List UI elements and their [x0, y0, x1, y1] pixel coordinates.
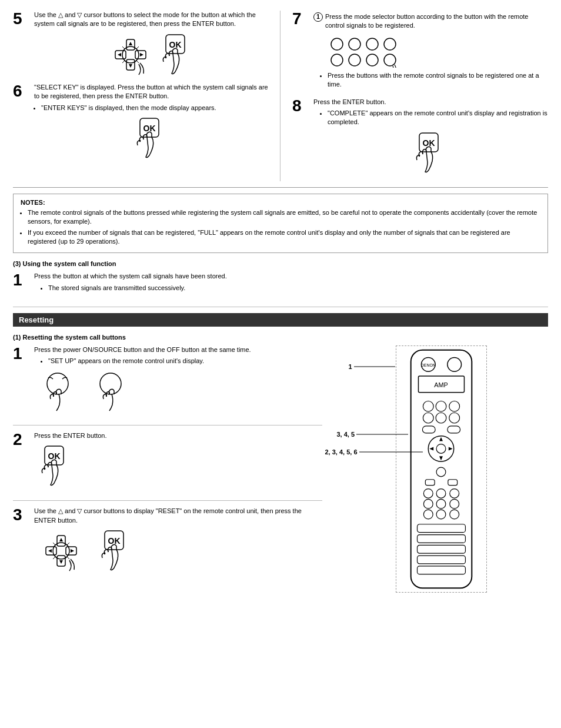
svg-text:OK: OK: [423, 138, 435, 148]
reset-step-1-number: 1: [13, 345, 29, 412]
svg-rect-71: [448, 480, 457, 486]
step-7-content: 1 Press the mode selector button accordi…: [313, 11, 548, 91]
step6-enter-hand-icon: OK: [135, 117, 168, 159]
svg-point-55: [423, 401, 433, 412]
svg-rect-61: [422, 426, 435, 433]
using-system-call-title: (3) Using the system call function: [13, 260, 548, 267]
step-6-bullets: "ENTER KEYS" is displayed, then the mode…: [41, 104, 268, 112]
use-step-1-content: Press the button at which the system cal…: [34, 272, 548, 294]
svg-point-59: [436, 413, 446, 423]
svg-marker-65: [439, 437, 443, 441]
bottom-right: 1 3, 4, 5 2, 3, 4, 5, 6: [334, 345, 548, 594]
svg-marker-67: [429, 447, 433, 451]
svg-marker-6: [129, 64, 132, 68]
svg-point-21: [331, 54, 343, 66]
svg-marker-39: [71, 549, 74, 553]
reset-step3-enter-hand-icon: OK: [100, 530, 132, 572]
svg-point-80: [449, 510, 459, 519]
reset-step-3-images: OK: [40, 530, 322, 572]
svg-rect-83: [417, 545, 465, 553]
right-column: 7 1 Press the mode selector button accor…: [280, 11, 548, 181]
svg-point-20: [384, 38, 396, 50]
svg-point-74: [449, 489, 459, 498]
reset-step-2-images: OK: [40, 445, 322, 487]
using-system-call-section: (3) Using the system call function 1 Pre…: [13, 260, 548, 307]
svg-rect-82: [417, 535, 465, 543]
step-6-images: OK: [34, 117, 268, 159]
notes-section: NOTES: The remote control signals of the…: [13, 194, 548, 254]
use-step-1-number: 1: [13, 272, 29, 294]
reset-dpad-icon: [40, 530, 82, 572]
step-8-bullets: "COMPLETE" appears on the remote control…: [320, 109, 548, 127]
svg-point-18: [349, 38, 360, 50]
remote-label-1: 1: [349, 363, 395, 370]
svg-point-0: [122, 46, 139, 63]
reset-step-1-block: 1 Press the power ON/SOURCE button and t…: [13, 345, 322, 412]
remote-control-diagram: DENON AMP: [396, 345, 487, 593]
step-5-block: 5 Use the △ and ▽ cursor buttons to sele…: [13, 11, 268, 76]
reset-step-2-number: 2: [13, 431, 29, 487]
step-7-bullet2-list: Press the buttons with the remote contro…: [320, 71, 548, 89]
reset-step-2-section: 2 Press the ENTER button. OK: [13, 431, 322, 501]
resetting-sub1-title: (1) Resetting the system call buttons: [13, 334, 548, 341]
svg-point-60: [449, 413, 459, 423]
step-8-content: Press the ENTER button. "COMPLETE" appea…: [313, 98, 548, 174]
svg-marker-36: [59, 538, 63, 541]
bottom-section: 1 Press the power ON/SOURCE button and t…: [13, 345, 548, 594]
reset-step-2-block: 2 Press the ENTER button. OK: [13, 431, 322, 487]
reset-step-2-content: Press the ENTER button. OK: [34, 431, 322, 487]
label345-line: [356, 434, 408, 435]
use-step-1-text: Press the button at which the system cal…: [34, 272, 548, 281]
svg-point-56: [436, 401, 446, 412]
step-8-number: 8: [292, 98, 309, 174]
step-5-text: Use the △ and ▽ cursor buttons to select…: [34, 11, 268, 29]
svg-line-41: [67, 543, 69, 545]
svg-point-17: [331, 38, 343, 50]
svg-point-23: [366, 54, 378, 66]
reset-step-3-block: 3 Use the △ and ▽ cursor buttons to disp…: [13, 507, 322, 572]
step-8-images: OK: [313, 132, 548, 174]
reset-step-1-text: Press the power ON/SOURCE button and the…: [34, 345, 322, 354]
reset-step-1-bullet: "SET UP" appears on the remote control u…: [48, 357, 322, 365]
svg-rect-70: [425, 480, 435, 486]
off-button-hand-icon: [93, 371, 128, 412]
svg-rect-84: [417, 556, 465, 564]
svg-point-24: [384, 54, 396, 66]
reset-step-3-content: Use the △ and ▽ cursor buttons to displa…: [34, 507, 322, 572]
step2-enter-hand-icon: OK: [40, 445, 72, 487]
svg-point-31: [53, 543, 69, 559]
reset-step-3-section: 3 Use the △ and ▽ cursor buttons to disp…: [13, 507, 322, 585]
step-8-bullet: "COMPLETE" appears on the remote control…: [328, 109, 548, 127]
step-6-bullet-1: "ENTER KEYS" is displayed, then the mode…: [41, 104, 268, 112]
notes-title: NOTES:: [21, 199, 540, 206]
svg-marker-8: [140, 53, 143, 56]
power-button-hand-icon: [40, 371, 75, 412]
svg-text:OK: OK: [143, 124, 155, 133]
svg-line-43: [67, 557, 69, 559]
reset-step-3-number: 3: [13, 507, 29, 572]
remote-label-23456: 2, 3, 4, 5, 6: [325, 448, 423, 456]
use-step-1-block: 1 Press the button at which the system c…: [13, 272, 548, 294]
svg-point-27: [47, 373, 68, 394]
step-7-block: 7 1 Press the mode selector button accor…: [292, 11, 548, 91]
step-8-text: Press the ENTER button.: [313, 98, 548, 107]
svg-point-77: [449, 499, 459, 508]
notes-item-2: If you exceed the number of signals that…: [28, 228, 540, 247]
use-step-1-bullets: The stored signals are transmitted succe…: [41, 284, 548, 292]
svg-marker-38: [48, 549, 52, 553]
step-6-block: 6 "SELECT KEY" is displayed. Press the b…: [13, 83, 268, 159]
svg-rect-85: [417, 566, 465, 574]
svg-line-40: [53, 543, 55, 545]
bottom-left: 1 Press the power ON/SOURCE button and t…: [13, 345, 334, 594]
step-7-mode-buttons: [325, 35, 548, 68]
step-7-bullets: 1 Press the mode selector button accordi…: [313, 12, 548, 31]
dpad-icon: [109, 34, 152, 76]
step-6-number: 6: [13, 83, 29, 159]
svg-text:DENON: DENON: [420, 363, 435, 367]
svg-point-52: [447, 358, 461, 372]
enter-button-hand-icon: OK: [161, 34, 193, 76]
svg-point-28: [100, 373, 121, 394]
resetting-header: Resetting: [13, 313, 548, 327]
svg-line-12: [136, 61, 139, 63]
step-7-number: 7: [292, 11, 309, 91]
